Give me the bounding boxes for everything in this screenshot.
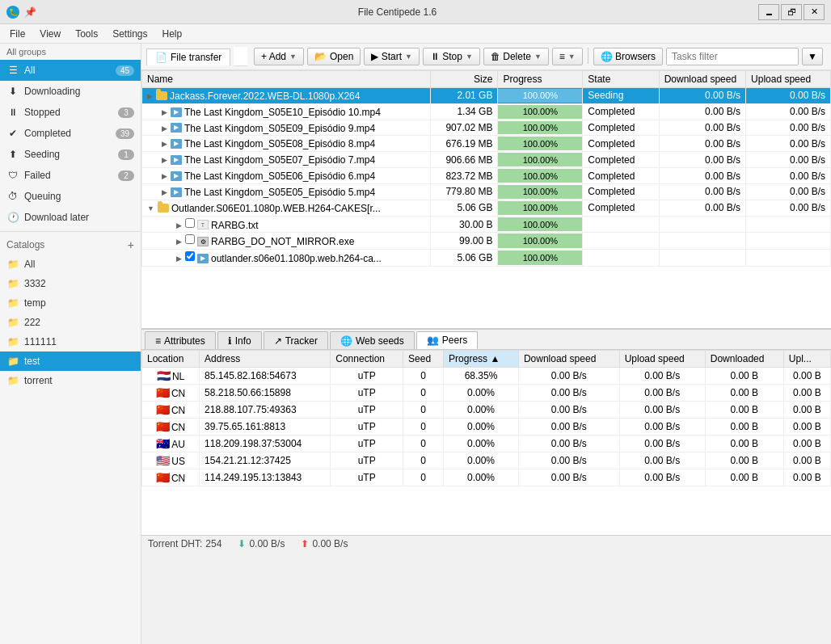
tasks-filter-input[interactable]: [666, 48, 799, 65]
menu-help[interactable]: Help: [156, 27, 189, 41]
sidebar-item-downloading[interactable]: ⬇ Downloading: [0, 81, 141, 102]
more-button[interactable]: ≡ ▼: [552, 48, 583, 65]
table-row[interactable]: ▶TRARBG.txt30.00 B100.00%: [142, 216, 831, 233]
peers-row[interactable]: 🇺🇸US154.21.21.12:37425uTP00.00%0.00 B/s0…: [142, 452, 831, 469]
col-ul-speed[interactable]: Upload speed: [746, 71, 831, 88]
table-row[interactable]: ▶▶The Last Kingdom_S05E09_Episódio 9.mp4…: [142, 120, 831, 136]
peers-col-progress[interactable]: Progress ▲: [444, 351, 519, 368]
menu-file[interactable]: File: [3, 27, 32, 41]
peers-col-downloaded[interactable]: Downloaded: [705, 351, 783, 368]
expand-icon[interactable]: ▶: [176, 221, 182, 229]
peers-container[interactable]: Location Address Connection Seed Progres…: [141, 349, 831, 535]
add-button[interactable]: + Add ▼: [254, 48, 304, 65]
expand-icon[interactable]: ▶: [162, 124, 167, 133]
peers-row[interactable]: 🇨🇳CN39.75.65.161:8813uTP00.00%0.00 B/s0.…: [142, 419, 831, 436]
peers-col-dl-speed[interactable]: Download speed: [518, 351, 619, 368]
peers-col-seed[interactable]: Seed: [403, 351, 444, 368]
open-button[interactable]: 📂 Open: [307, 48, 361, 65]
file-checkbox[interactable]: [185, 218, 195, 228]
peers-row[interactable]: 🇳🇱NL85.145.82.168:54673uTP068.35%0.00 B/…: [142, 368, 831, 385]
close-button[interactable]: ✕: [804, 4, 825, 20]
catalog-torrent[interactable]: 📁 torrent: [0, 371, 141, 390]
expand-icon[interactable]: ▶: [162, 172, 167, 180]
start-button[interactable]: ▶ Start ▼: [364, 48, 420, 65]
expand-icon[interactable]: ▶: [147, 92, 153, 100]
col-state[interactable]: State: [583, 71, 659, 88]
table-row[interactable]: ▶▶The Last Kingdom_S05E05_Episódio 5.mp4…: [142, 183, 831, 200]
file-transfer-tab[interactable]: 📄 File transfer: [146, 48, 230, 65]
sidebar-item-failed[interactable]: 🛡 Failed 2: [0, 165, 141, 186]
peers-col-location[interactable]: Location: [142, 351, 200, 368]
file-dl-speed-cell: 0.00 B/s: [659, 200, 745, 216]
peers-row[interactable]: 🇨🇳CN58.218.50.66:15898uTP00.00%0.00 B/s0…: [142, 385, 831, 402]
file-ul-speed-cell: [746, 250, 831, 267]
sidebar-item-queuing[interactable]: ⏱ Queuing: [0, 186, 141, 207]
expand-icon[interactable]: ▶: [162, 140, 167, 148]
peers-row[interactable]: 🇨🇳CN218.88.107.75:49363uTP00.00%0.00 B/s…: [142, 402, 831, 419]
file-ul-speed-cell: 0.00 B/s: [746, 152, 831, 168]
expand-icon[interactable]: ▶: [162, 188, 167, 196]
expand-icon[interactable]: ▶: [162, 156, 167, 164]
sidebar-item-seeding[interactable]: ⬆ Seeding 1: [0, 144, 141, 165]
catalog-test-label: test: [24, 356, 40, 367]
file-checkbox[interactable]: [185, 251, 195, 261]
table-row[interactable]: ▶▶The Last Kingdom_S05E07_Episódio 7.mp4…: [142, 152, 831, 168]
web-seeds-label: Web seeds: [356, 335, 404, 347]
peer-progress-cell: 0.00%: [444, 469, 519, 486]
peers-col-ul-speed[interactable]: Upload speed: [619, 351, 705, 368]
catalog-all[interactable]: 📁 All: [0, 255, 141, 274]
peer-uploaded-cell: 0.00 B: [783, 385, 830, 402]
filter-dropdown-button[interactable]: ▼: [802, 48, 823, 65]
catalogs-add[interactable]: +: [128, 238, 134, 251]
expand-icon[interactable]: ▼: [147, 204, 154, 213]
tab-attributes[interactable]: ≡ Attributes: [145, 331, 216, 349]
col-dl-speed[interactable]: Download speed: [659, 71, 745, 88]
browsers-button[interactable]: 🌐 Browsers: [593, 48, 663, 65]
table-row[interactable]: ▶⚙RARBG_DO_NOT_MIRROR.exe99.00 B100.00%: [142, 233, 831, 250]
expand-icon[interactable]: ▶: [176, 238, 182, 246]
peers-row[interactable]: 🇨🇳CN114.249.195.13:13843uTP00.00%0.00 B/…: [142, 469, 831, 486]
catalog-222[interactable]: 📁 222: [0, 313, 141, 332]
sidebar-item-all[interactable]: ☰ All 45: [0, 60, 141, 81]
menu-settings[interactable]: Settings: [106, 27, 154, 41]
col-progress[interactable]: Progress: [498, 71, 583, 88]
tab-tracker[interactable]: ↗ Tracker: [264, 331, 328, 349]
peers-col-uploaded[interactable]: Upl...: [783, 351, 830, 368]
peers-row[interactable]: 🇦🇺AU118.209.198.37:53004uTP00.00%0.00 B/…: [142, 436, 831, 452]
tab-info[interactable]: ℹ Info: [217, 331, 262, 349]
table-row[interactable]: ▶▶The Last Kingdom_S05E08_Episódio 8.mp4…: [142, 136, 831, 152]
menu-view[interactable]: View: [33, 27, 67, 41]
peers-col-connection[interactable]: Connection: [331, 351, 403, 368]
col-size[interactable]: Size: [430, 71, 498, 88]
stop-button[interactable]: ⏸ Stop ▼: [423, 48, 480, 65]
catalog-temp[interactable]: 📁 temp: [0, 293, 141, 313]
tab-web-seeds[interactable]: 🌐 Web seeds: [330, 331, 415, 349]
file-checkbox[interactable]: [185, 234, 195, 244]
peers-label: Peers: [442, 335, 467, 346]
sidebar-item-completed[interactable]: ✔ Completed 39: [0, 123, 141, 144]
file-table-container[interactable]: Name Size Progress State Download speed …: [141, 70, 831, 329]
table-row[interactable]: ▶▶outlander.s06e01.1080p.web.h264-ca...5…: [142, 250, 831, 267]
peers-col-address[interactable]: Address: [200, 351, 331, 368]
sidebar-badge-completed: 39: [116, 128, 134, 139]
catalog-test[interactable]: 📁 test: [0, 351, 141, 371]
peer-uploaded-cell: 0.00 B: [783, 469, 830, 486]
peer-progress-cell: 0.00%: [444, 419, 519, 436]
catalog-111111-label: 111111: [24, 336, 57, 347]
expand-icon[interactable]: ▶: [162, 108, 167, 116]
table-row[interactable]: ▶▶The Last Kingdom_S05E06_Episódio 6.mp4…: [142, 168, 831, 184]
catalog-111111[interactable]: 📁 111111: [0, 332, 141, 351]
expand-icon[interactable]: ▶: [176, 255, 182, 263]
restore-button[interactable]: 🗗: [781, 4, 802, 20]
table-row[interactable]: ▶▶The Last Kingdom_S05E10_Episódio 10.mp…: [142, 103, 831, 120]
menu-tools[interactable]: Tools: [69, 27, 104, 41]
tab-peers[interactable]: 👥 Peers: [416, 331, 478, 349]
table-row[interactable]: ▶Jackass.Forever.2022.WEB-DL.1080p.X2642…: [142, 88, 831, 104]
minimize-button[interactable]: 🗕: [758, 4, 779, 20]
sidebar-item-stopped[interactable]: ⏸ Stopped 3: [0, 102, 141, 123]
delete-button[interactable]: 🗑 Delete ▼: [483, 48, 549, 65]
catalog-3332[interactable]: 📁 3332: [0, 274, 141, 293]
table-row[interactable]: ▼Outlander.S06E01.1080p.WEB.H264-CAKES[r…: [142, 200, 831, 216]
sidebar-item-download-later[interactable]: 🕐 Download later: [0, 207, 141, 228]
col-name[interactable]: Name: [142, 71, 431, 88]
